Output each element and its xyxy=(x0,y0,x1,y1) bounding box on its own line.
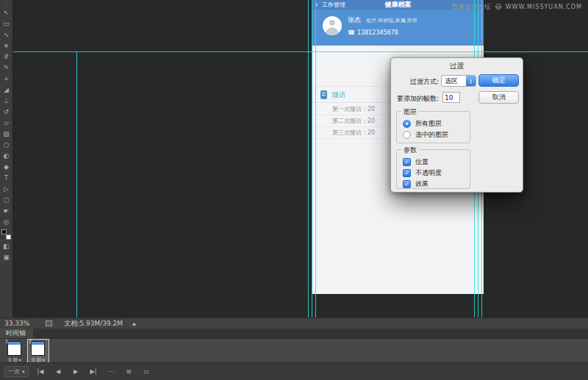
status-menu-arrow-icon[interactable]: ▶ xyxy=(133,321,137,326)
watermark-en-text: WWW.MISSYUAN.COM xyxy=(506,4,582,10)
frame-thumbnail[interactable] xyxy=(7,341,21,356)
vertical-guide[interactable] xyxy=(308,0,309,318)
parameters-group-label: 参数 xyxy=(401,146,419,155)
prev-frame-button[interactable]: ◀ xyxy=(53,368,64,375)
tween-with-select[interactable]: 选区 ▴ ▾ xyxy=(441,75,476,87)
delete-frame-button[interactable]: ▭ xyxy=(141,368,152,375)
thumb-header-strip xyxy=(8,342,21,345)
photoshop-window: ∷ ↖ ▭ ∿ ∗ # ✎ + ◢ ⊥ ↺ ▱ ▨ ○ ◐ ◆ T ▷ ◻ ☛ … xyxy=(0,0,588,380)
healing-tool-icon[interactable]: + xyxy=(1,74,12,85)
dialog-title[interactable]: 过渡 xyxy=(391,61,523,71)
toolbar-grip-icon[interactable]: ∷ xyxy=(1,0,12,7)
shape-tool-icon[interactable]: ◻ xyxy=(1,195,12,206)
tab-timeline[interactable]: 时间轴 xyxy=(0,329,33,338)
hand-tool-icon[interactable]: ☛ xyxy=(1,206,12,217)
delay-caret-icon: ▾ xyxy=(43,357,45,362)
frame-thumbnail[interactable] xyxy=(31,341,45,356)
layers-group-label: 图层 xyxy=(401,107,419,117)
opacity-checkbox[interactable]: ✓ xyxy=(403,169,411,177)
timeline-panel-header: 时间轴 xyxy=(0,329,588,338)
type-tool-icon[interactable]: T xyxy=(1,173,12,184)
animation-frame-1[interactable]: 1 0 秒▾ xyxy=(4,340,25,362)
cancel-button[interactable]: 取消 xyxy=(478,91,519,104)
vertical-guide[interactable] xyxy=(76,51,77,318)
tween-with-label: 过渡方式: xyxy=(397,77,439,87)
frames-count-input[interactable] xyxy=(442,92,460,103)
history-brush-tool-icon[interactable]: ↺ xyxy=(1,107,12,118)
zoom-level-field[interactable]: 33.33% xyxy=(4,320,29,327)
frame-number: 1 xyxy=(5,339,8,345)
gradient-tool-icon[interactable]: ▨ xyxy=(1,129,12,140)
parameters-group: 参数 ✓ 位置 ✓ 不透明度 ✓ 效果 xyxy=(396,149,470,189)
vertical-guide[interactable] xyxy=(312,0,312,318)
selected-layers-label: 选中的图层 xyxy=(415,130,448,140)
loop-selector[interactable]: 一次 ▾ xyxy=(4,366,29,377)
selected-layers-radio[interactable] xyxy=(403,131,411,139)
opacity-option[interactable]: ✓ 不透明度 xyxy=(403,168,470,179)
globe-icon xyxy=(495,4,501,10)
play-button[interactable]: ▶ xyxy=(71,368,82,375)
pen-tool-icon[interactable]: ◆ xyxy=(1,162,12,173)
path-select-tool-icon[interactable]: ▷ xyxy=(1,184,12,195)
patient-tags: 化疗,科研组,家属,肝癌 xyxy=(366,17,417,24)
quick-mask-icon[interactable]: ◧ xyxy=(1,241,12,252)
foreground-color-swatch[interactable] xyxy=(1,229,7,234)
followup-row-3: 第三次随访：20 xyxy=(332,127,375,139)
dodge-tool-icon[interactable]: ◐ xyxy=(1,151,12,162)
avatar-head-icon xyxy=(329,20,335,26)
first-frame-button[interactable]: |◀ xyxy=(35,368,46,375)
animation-frame-2[interactable]: 2 0 秒▾ xyxy=(28,340,49,362)
stamp-tool-icon[interactable]: ⊥ xyxy=(1,96,12,107)
status-doc-icon xyxy=(46,320,52,326)
zoom-tool-icon[interactable]: ◎ xyxy=(1,217,12,228)
all-layers-option[interactable]: 所有图层 xyxy=(403,118,470,129)
mockup-user-banner: 张杰 化疗,科研组,家属,肝癌 ☎13812345678 xyxy=(312,10,484,46)
marquee-tool-icon[interactable]: ▭ xyxy=(1,18,12,29)
blur-tool-icon[interactable]: ○ xyxy=(1,140,12,151)
patient-phone: ☎13812345678 xyxy=(348,29,398,36)
frame-number: 2 xyxy=(29,339,32,345)
tween-button[interactable]: ⋯ xyxy=(106,368,117,375)
horizontal-guide[interactable] xyxy=(13,51,588,52)
tools-panel: ∷ ↖ ▭ ∿ ∗ # ✎ + ◢ ⊥ ↺ ▱ ▨ ○ ◐ ◆ T ▷ ◻ ☛ … xyxy=(0,0,13,318)
duplicate-frame-button[interactable]: ⊞ xyxy=(123,368,135,375)
all-layers-label: 所有图层 xyxy=(415,119,442,129)
lasso-tool-icon[interactable]: ∿ xyxy=(1,29,12,40)
followup-row-2: 第二次随访：20 xyxy=(332,115,375,127)
all-layers-radio[interactable] xyxy=(403,120,411,128)
position-option[interactable]: ✓ 位置 xyxy=(403,157,470,168)
patient-name: 张杰 xyxy=(348,15,361,25)
eraser-tool-icon[interactable]: ▱ xyxy=(1,118,12,129)
avatar-body-icon xyxy=(326,27,339,35)
ok-button[interactable]: 确定 xyxy=(478,74,519,87)
move-tool-icon[interactable]: ↖ xyxy=(1,7,12,18)
effects-label: 效果 xyxy=(415,179,429,189)
stepper-down-icon: ▾ xyxy=(470,81,472,84)
screen-mode-icon[interactable]: ▣ xyxy=(1,252,12,263)
watermark-cn-text: 思缘设计论坛 xyxy=(451,2,491,12)
next-frame-button[interactable]: ▶| xyxy=(88,368,99,375)
delay-caret-icon: ▾ xyxy=(19,357,21,362)
magic-wand-tool-icon[interactable]: ∗ xyxy=(1,40,12,51)
radio-dot xyxy=(406,123,408,125)
effects-option[interactable]: ✓ 效果 xyxy=(403,179,470,190)
position-label: 位置 xyxy=(415,157,429,167)
color-swatches[interactable] xyxy=(1,229,11,240)
site-watermark: 思缘设计论坛 WWW.MISSYUAN.COM xyxy=(451,2,582,11)
brush-tool-icon[interactable]: ◢ xyxy=(1,85,12,96)
position-checkbox[interactable]: ✓ xyxy=(403,158,411,166)
loop-value: 一次 xyxy=(8,368,20,376)
background-color-swatch[interactable] xyxy=(6,234,11,240)
selected-layers-option[interactable]: 选中的图层 xyxy=(403,129,470,140)
eyedropper-tool-icon[interactable]: ✎ xyxy=(1,62,12,74)
timeline-controls: 一次 ▾ |◀ ◀ ▶ ▶| ⋯ ⊞ ▭ xyxy=(0,362,588,380)
crop-tool-icon[interactable]: # xyxy=(1,51,12,62)
vertical-guide[interactable] xyxy=(315,0,316,318)
followup-row-1: 第一次随访：20 xyxy=(332,104,375,115)
document-size-info: 文档:5.93M/39.2M xyxy=(64,319,123,329)
effects-checkbox[interactable]: ✓ xyxy=(403,180,411,188)
followup-icon xyxy=(320,90,327,99)
phone-icon: ☎ xyxy=(348,29,355,36)
opacity-label: 不透明度 xyxy=(415,168,442,178)
layers-group: 图层 所有图层 选中的图层 xyxy=(396,111,470,143)
